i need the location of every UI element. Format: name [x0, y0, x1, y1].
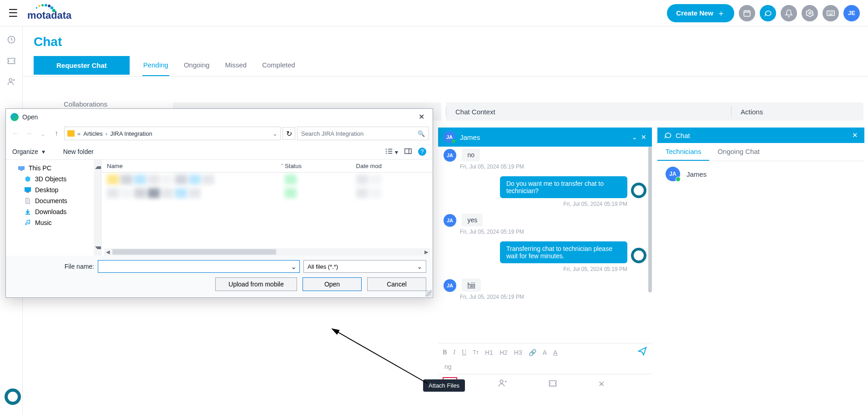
open-button[interactable]: Open — [303, 277, 362, 291]
filelist-scrollbar[interactable]: ◀ ▶ — [104, 248, 430, 256]
dashboard-icon[interactable] — [6, 35, 16, 45]
bold-button[interactable]: B — [443, 349, 447, 356]
ticket-icon[interactable] — [6, 56, 16, 66]
tree-item-3dobjects[interactable]: 3D Objects — [6, 174, 101, 184]
message-bot: Transferring chat to technician please w… — [438, 240, 652, 265]
requester-chat-button[interactable]: Requester Chat — [34, 56, 130, 75]
chat-header-avatar: JA — [444, 131, 455, 143]
collaborations-label: Collaborations — [64, 100, 107, 108]
col-date[interactable]: Date mod — [356, 163, 427, 169]
breadcrumb-chevron-icon[interactable]: ⌄ — [273, 130, 278, 137]
chevron-down-icon[interactable]: ⌄ — [632, 133, 637, 141]
dialog-close-icon[interactable]: ✕ — [415, 112, 428, 122]
cancel-button[interactable]: Cancel — [367, 277, 426, 291]
technician-item[interactable]: JA James — [657, 161, 864, 187]
add-user-button[interactable] — [498, 379, 507, 389]
tab-ongoing[interactable]: Ongoing — [183, 55, 211, 76]
new-folder-button[interactable]: New folder — [63, 148, 94, 155]
gear-icon[interactable] — [802, 5, 818, 21]
tree-scrollbar[interactable] — [94, 160, 101, 256]
actions-tab[interactable]: Actions — [732, 108, 863, 116]
view-mode-icon[interactable]: ▾ — [385, 148, 398, 156]
logo[interactable]: motadata — [27, 5, 107, 22]
svg-rect-17 — [25, 187, 31, 192]
close-action-button[interactable]: ✕ — [598, 379, 605, 389]
svg-point-4 — [50, 6, 54, 10]
bell-icon[interactable] — [781, 5, 797, 21]
svg-point-9 — [809, 12, 811, 14]
tree-item-thispc[interactable]: This PC — [6, 163, 101, 174]
ticket-action-button[interactable] — [548, 379, 557, 389]
col-status[interactable]: Status — [285, 163, 356, 169]
user-avatar[interactable]: JE — [843, 5, 860, 21]
calendar-icon[interactable] — [739, 5, 755, 21]
tab-ongoing-chat[interactable]: Ongoing Chat — [709, 143, 768, 161]
bot-avatar-icon — [631, 183, 646, 198]
italic-button[interactable]: I — [453, 349, 455, 356]
upload-from-mobile-button[interactable]: Upload from mobile — [215, 277, 297, 291]
file-row[interactable] — [101, 186, 433, 200]
close-side-icon[interactable]: ✕ — [852, 131, 858, 139]
folder-tree: This PC 3D Objects Desktop Documents Dow… — [6, 160, 101, 256]
person-icon[interactable] — [6, 77, 16, 87]
tree-item-music[interactable]: Music — [6, 217, 101, 228]
up-icon[interactable]: ↑ — [50, 128, 62, 139]
recent-chevron-icon[interactable]: ⌄ — [37, 128, 49, 139]
msg-avatar: JA — [444, 214, 456, 227]
send-icon[interactable] — [637, 346, 647, 358]
hamburger-icon[interactable]: ☰ — [8, 7, 18, 20]
chat-input[interactable]: ng — [438, 361, 652, 374]
msg-time: Fri, Jul 05, 2024 05:19 PM — [438, 293, 652, 305]
scrollbar[interactable] — [648, 147, 652, 292]
breadcrumb-item[interactable]: Articles — [83, 130, 103, 137]
create-new-button[interactable]: Create New ＋ — [667, 4, 734, 22]
tab-completed[interactable]: Completed — [261, 55, 296, 76]
tree-item-documents[interactable]: Documents — [6, 195, 101, 206]
msg-text[interactable]: hiii — [462, 279, 480, 291]
svg-point-1 — [41, 4, 44, 6]
preview-pane-icon[interactable] — [404, 148, 412, 156]
h2-button[interactable]: H2 — [500, 349, 508, 356]
search-input[interactable]: Search JIRA Integration 🔍 — [297, 127, 429, 140]
h3-button[interactable]: H3 — [514, 349, 522, 356]
tab-technicians[interactable]: Technicians — [657, 143, 709, 161]
page-title: Chat — [34, 35, 857, 49]
organize-menu[interactable]: Organize ▾ — [12, 148, 45, 155]
tab-pending[interactable]: Pending — [142, 55, 169, 76]
link-button[interactable]: 🔗 — [529, 349, 536, 356]
assistant-bubble-icon[interactable] — [5, 388, 21, 405]
forward-icon[interactable]: → — [23, 128, 35, 139]
dialog-titlebar: Open ✕ — [6, 109, 433, 125]
chat-icon[interactable] — [760, 5, 776, 21]
search-placeholder: Search JIRA Integration — [301, 130, 363, 137]
resize-grip[interactable] — [425, 290, 432, 296]
filename-input[interactable]: ⌄ — [98, 260, 300, 273]
help-icon[interactable]: ? — [418, 148, 426, 156]
back-icon[interactable]: ← — [10, 128, 21, 139]
msg-time: Fri, Jul 05, 2024 05:19 PM — [438, 163, 652, 174]
svg-point-6 — [36, 7, 38, 9]
tree-item-desktop[interactable]: Desktop — [6, 184, 101, 195]
tab-missed[interactable]: Missed — [224, 55, 248, 76]
underline-button[interactable]: U — [462, 349, 466, 356]
chat-context-tab[interactable]: Chat Context — [446, 108, 505, 116]
refresh-icon[interactable]: ↻ — [283, 127, 295, 140]
dialog-title-text: Open — [22, 113, 38, 121]
svg-point-3 — [48, 5, 50, 7]
close-chat-icon[interactable]: ✕ — [641, 133, 646, 141]
col-name[interactable]: Name⌃ — [107, 163, 285, 169]
h1-button[interactable]: H1 — [485, 349, 493, 356]
fontcolor-button[interactable]: A — [543, 349, 547, 356]
top-bar: ☰ motadata Create New ＋ — [0, 0, 868, 26]
file-row[interactable] — [101, 173, 433, 186]
svg-rect-8 — [744, 10, 750, 16]
breadcrumb[interactable]: « Articles › JIRA Integration ⌄ — [64, 127, 281, 140]
textsize-button[interactable]: Tт — [473, 349, 479, 356]
highlight-button[interactable]: A — [553, 349, 557, 356]
breadcrumb-item[interactable]: JIRA Integration — [110, 130, 152, 137]
chat-bottom-actions: ✕ — [438, 374, 652, 394]
tree-item-downloads[interactable]: Downloads — [6, 206, 101, 217]
side-header-title: Chat — [676, 132, 690, 139]
keyboard-icon[interactable] — [823, 5, 839, 21]
filetype-filter[interactable]: All files (*.*)⌄ — [303, 260, 426, 273]
